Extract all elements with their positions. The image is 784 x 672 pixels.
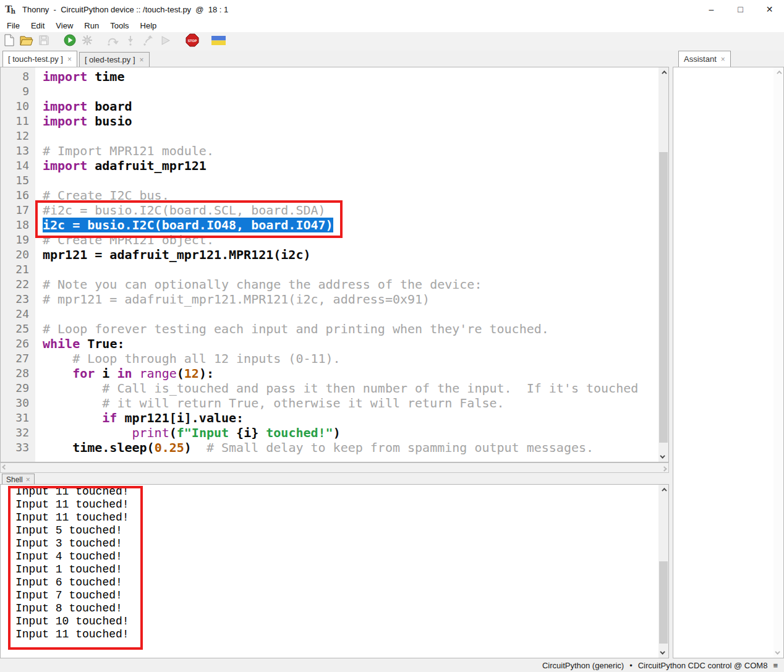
menu-file[interactable]: File <box>1 20 25 32</box>
code-line-20[interactable]: mpr121 = adafruit_mpr121.MPR121(i2c) <box>43 247 658 262</box>
resume-button <box>157 33 173 49</box>
line-number-33: 33 <box>1 440 35 455</box>
shell-line: Input 5 touched! <box>15 524 658 537</box>
code-line-31[interactable]: if mpr121[i].value: <box>43 410 658 425</box>
line-number-32: 32 <box>1 425 35 440</box>
code-line-11[interactable]: import busio <box>43 114 658 129</box>
code-line-32[interactable]: print(f"Input {i} touched!") <box>43 425 658 440</box>
shell-scrollbar-thumb[interactable] <box>659 561 668 644</box>
close-icon[interactable]: × <box>67 55 72 64</box>
code-line-9[interactable] <box>43 84 658 99</box>
run-script-button[interactable] <box>62 33 78 49</box>
code-line-27[interactable]: # Loop through all 12 inputs (0-11). <box>43 351 658 366</box>
scroll-down-icon[interactable] <box>773 648 783 658</box>
shell-line: Input 11 touched! <box>15 485 658 498</box>
code-line-13[interactable]: # Import MPR121 module. <box>43 143 658 158</box>
thonny-window: Th Thonny - CircuitPython device :: /tou… <box>0 0 784 672</box>
code-line-29[interactable]: # Call is_touched and pass it then numbe… <box>43 381 658 396</box>
menu-view[interactable]: View <box>50 20 79 32</box>
code-line-25[interactable]: # Loop forever testing each input and pr… <box>43 321 658 336</box>
new-file-button[interactable] <box>1 33 17 49</box>
shell-vertical-scrollbar[interactable] <box>658 485 668 658</box>
scroll-down-icon[interactable] <box>658 648 668 658</box>
editor-scrollbar-thumb[interactable] <box>659 152 668 443</box>
code-line-15[interactable] <box>43 173 658 188</box>
run-script-icon <box>64 34 76 49</box>
tab-assistant[interactable]: Assistant × <box>678 51 731 67</box>
code-editor[interactable]: import timeimport boardimport busio# Imp… <box>35 67 658 462</box>
line-number-25: 25 <box>1 321 35 336</box>
status-bar: CircuitPython (generic) • CircuitPython … <box>0 658 784 672</box>
assistant-pane <box>673 67 784 658</box>
code-line-19[interactable]: # Create MPR121 object. <box>43 232 658 247</box>
scroll-up-icon[interactable] <box>773 67 783 77</box>
line-number-22: 22 <box>1 277 35 292</box>
code-line-17[interactable]: #i2c = busio.I2C(board.SCL, board.SDA) <box>43 203 658 218</box>
open-file-button[interactable] <box>19 33 35 49</box>
close-button[interactable]: ✕ <box>755 0 784 19</box>
code-line-23[interactable]: # mpr121 = adafruit_mpr121.MPR121(i2c, a… <box>43 292 658 307</box>
code-line-22[interactable]: # Note you can optionally change the add… <box>43 277 658 292</box>
scroll-down-icon[interactable] <box>658 452 668 462</box>
line-number-10: 10 <box>1 99 35 114</box>
step-out-icon <box>142 35 153 48</box>
code-line-10[interactable]: import board <box>43 99 658 114</box>
tab-row: [ touch-test.py ]×[ oled-test.py ]× Assi… <box>0 51 784 67</box>
status-separator: • <box>629 661 633 670</box>
line-number-16: 16 <box>1 188 35 203</box>
code-line-33[interactable]: time.sleep(0.25) # Small delay to keep f… <box>43 440 658 455</box>
menu-tools[interactable]: Tools <box>104 20 134 32</box>
scroll-left-icon[interactable] <box>1 463 11 472</box>
shell-line: Input 1 touched! <box>15 563 658 576</box>
code-line-8[interactable]: import time <box>43 69 658 84</box>
editor-horizontal-scrollbar[interactable] <box>0 462 669 473</box>
tab-touch-test-py[interactable]: [ touch-test.py ]× <box>2 51 77 67</box>
menubar: FileEditViewRunToolsHelp <box>0 19 784 32</box>
ukraine-flag-button[interactable] <box>210 33 226 49</box>
tab-oled-test-py[interactable]: [ oled-test.py ]× <box>79 52 150 67</box>
debug-script-button <box>79 33 95 49</box>
step-over-button <box>105 33 121 49</box>
shell-line: Input 3 touched! <box>15 537 658 550</box>
scroll-up-icon[interactable] <box>658 67 668 77</box>
code-line-18[interactable]: i2c = busio.I2C(board.IO48, board.IO47) <box>43 218 658 232</box>
line-number-20: 20 <box>1 247 35 262</box>
code-line-30[interactable]: # it will return True, otherwise it will… <box>43 396 658 410</box>
code-line-28[interactable]: for i in range(12): <box>43 366 658 381</box>
menu-help[interactable]: Help <box>135 20 163 32</box>
code-line-24[interactable] <box>43 307 658 321</box>
line-number-8: 8 <box>1 69 35 84</box>
save-file-icon <box>38 35 49 48</box>
line-number-23: 23 <box>1 292 35 307</box>
port-status[interactable]: CircuitPython CDC control @ COM8 <box>638 661 768 670</box>
line-number-21: 21 <box>1 262 35 277</box>
stop-restart-button[interactable]: STOP <box>184 33 200 49</box>
close-icon[interactable]: × <box>26 475 30 484</box>
editor-vertical-scrollbar[interactable] <box>658 67 668 462</box>
close-icon[interactable]: × <box>721 55 725 64</box>
maximize-button[interactable]: □ <box>726 0 755 19</box>
step-into-button <box>122 33 138 49</box>
assistant-scrollbar[interactable] <box>773 67 783 658</box>
interpreter-status[interactable]: CircuitPython (generic) <box>542 661 624 670</box>
shell-line: Input 7 touched! <box>15 589 658 602</box>
line-number-11: 11 <box>1 114 35 129</box>
tab-shell[interactable]: Shell × <box>2 474 35 485</box>
code-line-21[interactable] <box>43 262 658 277</box>
scroll-up-icon[interactable] <box>658 485 668 495</box>
code-line-16[interactable]: # Create I2C bus. <box>43 188 658 203</box>
status-menu-icon[interactable]: ≡ <box>773 661 778 670</box>
tab-label: [ touch-test.py ] <box>8 54 63 64</box>
code-line-26[interactable]: while True: <box>43 336 658 351</box>
scroll-right-icon[interactable] <box>658 463 668 472</box>
shell-line: Input 11 touched! <box>15 498 658 511</box>
shell-output[interactable]: Input 11 touched!Input 11 touched!Input … <box>1 485 658 658</box>
minimize-button[interactable]: – <box>697 0 726 19</box>
svg-text:STOP: STOP <box>188 39 197 43</box>
save-file-button <box>36 33 52 49</box>
code-line-14[interactable]: import adafruit_mpr121 <box>43 158 658 173</box>
code-line-12[interactable] <box>43 129 658 143</box>
menu-run[interactable]: Run <box>79 20 104 32</box>
close-icon[interactable]: × <box>140 56 144 64</box>
menu-edit[interactable]: Edit <box>25 20 50 32</box>
